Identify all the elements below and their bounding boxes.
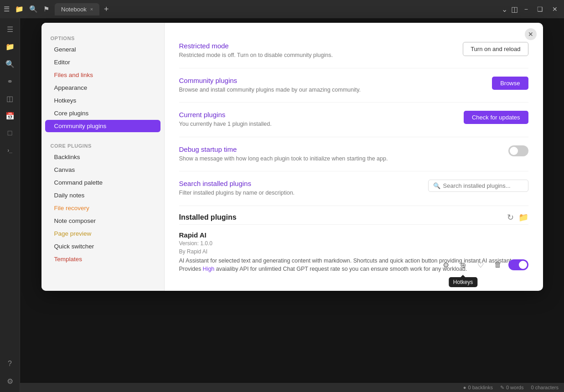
sidebar-notes-icon[interactable]: □ <box>3 126 17 140</box>
dialog-overlay: ✕ Options General Editor Files and links… <box>20 18 564 383</box>
sidebar-folder-icon[interactable]: 📁 <box>3 39 17 54</box>
close-tab-icon[interactable]: × <box>90 6 93 12</box>
sidebar-item-community-plugins[interactable]: Community plugins <box>45 120 160 132</box>
hotkeys-tooltip: Hotkeys <box>449 277 477 287</box>
plugin-author: By Rapid AI <box>179 248 528 255</box>
sidebar-item-editor[interactable]: Editor <box>45 56 160 68</box>
settings-dialog: ✕ Options General Editor Files and links… <box>41 23 543 291</box>
dialog-close-button[interactable]: ✕ <box>525 28 537 40</box>
main-layout: ☰ 📁 🔍 ⚭ ◫ 📅 □ ›_ ? ⚙ ✕ Options General E… <box>0 18 564 392</box>
split-view-icon[interactable]: ◫ <box>511 5 518 14</box>
turn-on-reload-button[interactable]: Turn on and reload <box>463 42 528 56</box>
plugin-hotkeys-button[interactable]: ⊕ <box>456 258 470 272</box>
sidebar-item-core-plugins[interactable]: Core plugins <box>45 107 160 119</box>
plugin-name: Rapid AI <box>179 231 528 239</box>
sidebar-help-icon[interactable]: ? <box>3 356 17 371</box>
reload-plugins-icon[interactable]: ↻ <box>507 212 514 222</box>
titlebar-left-icons: ☰ 📁 🔍 ⚑ <box>4 5 49 13</box>
characters-count: 0 characters <box>531 385 559 390</box>
sidebar-settings-icon[interactable]: ⚙ <box>3 374 17 388</box>
sidebar-item-file-recovery[interactable]: File recovery <box>45 202 160 214</box>
sidebar-calendar-icon[interactable]: 📅 <box>3 108 17 123</box>
sidebar-item-page-preview[interactable]: Page preview <box>45 227 160 240</box>
plugin-settings-button[interactable]: ⚙ <box>439 258 453 272</box>
dialog-content: Restricted mode Restricted mode is off. … <box>165 23 543 291</box>
hotkeys-button-wrap: ⊕ Hotkeys <box>456 258 470 272</box>
community-plugins-info: Community plugins Browse and install com… <box>179 77 485 94</box>
sidebar-blocks-icon[interactable]: ◫ <box>3 91 17 106</box>
installed-plugins-actions: ↻ 📁 <box>507 212 528 222</box>
close-button[interactable]: ✕ <box>549 5 560 13</box>
tab-bar: Notebook × + <box>51 3 500 15</box>
sidebar-item-quick-switcher[interactable]: Quick switcher <box>45 240 160 253</box>
sidebar-item-files-links[interactable]: Files and links <box>45 69 160 81</box>
current-plugins-desc: You currently have 1 plugin installed. <box>179 120 456 129</box>
dialog-sidebar: Options General Editor Files and links A… <box>41 23 165 291</box>
sidebar-search-icon[interactable]: 🔍 <box>3 57 17 71</box>
open-folder-icon[interactable]: 📁 <box>518 212 528 222</box>
sidebar-item-general[interactable]: General <box>45 43 160 56</box>
search-plugins-input-wrap: 🔍 <box>428 180 528 192</box>
sidebar-item-appearance[interactable]: Appearance <box>45 82 160 94</box>
sidebar-item-templates[interactable]: Templates <box>45 253 160 265</box>
minimize-button[interactable]: − <box>522 5 531 13</box>
plugin-version: Version: 1.0.0 <box>179 240 528 247</box>
sidebar-graph-icon[interactable]: ⚭ <box>3 74 17 88</box>
words-status: ✎ 0 words <box>500 385 524 391</box>
restricted-mode-info: Restricted mode Restricted mode is off. … <box>179 42 456 60</box>
backlinks-icon: ● <box>463 385 466 390</box>
backlinks-status: ● 0 backlinks <box>463 385 493 390</box>
tab-label: Notebook <box>61 6 87 13</box>
check-updates-button[interactable]: Check for updates <box>464 111 528 124</box>
browse-button[interactable]: Browse <box>492 77 528 90</box>
sidebar-item-canvas[interactable]: Canvas <box>45 164 160 176</box>
notebook-tab[interactable]: Notebook × <box>55 3 99 15</box>
search-plugins-desc: Filter installed plugins by name or desc… <box>179 189 421 197</box>
titlebar: ☰ 📁 🔍 ⚑ Notebook × + ⌄ ◫ − ❏ ✕ <box>0 0 564 18</box>
debug-startup-toggle[interactable] <box>508 145 528 156</box>
community-plugins-desc: Browse and install community plugins mad… <box>179 86 485 94</box>
plugin-desc-text2: avaialiby API for unlimtied Chat GPT req… <box>214 266 467 272</box>
restricted-mode-row: Restricted mode Restricted mode is off. … <box>179 34 528 68</box>
sidebar-item-backlinks[interactable]: Backlinks <box>45 151 160 163</box>
debug-startup-row: Debug startup time Show a message with h… <box>179 137 528 172</box>
folder-icon[interactable]: 📁 <box>15 5 24 13</box>
sidebar-terminal-icon[interactable]: ›_ <box>3 143 17 158</box>
plugin-actions: ⚙ ⊕ Hotkeys ♡ 🗑 <box>439 258 528 272</box>
chevron-down-icon[interactable]: ⌄ <box>502 5 507 14</box>
current-plugins-row: Current plugins You currently have 1 plu… <box>179 103 528 137</box>
edit-icon: ✎ <box>500 385 504 391</box>
sidebar-item-hotkeys[interactable]: Hotkeys <box>45 94 160 107</box>
restore-button[interactable]: ❏ <box>534 5 546 13</box>
words-count: 0 words <box>506 385 524 390</box>
restricted-mode-title: Restricted mode <box>179 42 456 50</box>
icon-sidebar: ☰ 📁 🔍 ⚭ ◫ 📅 □ ›_ ? ⚙ <box>0 18 20 392</box>
installed-plugins-header: Installed plugins ↻ 📁 <box>179 206 528 224</box>
plugin-desc-highlight: High <box>203 266 215 272</box>
sidebar-files-icon[interactable]: ☰ <box>3 22 17 36</box>
search-plugins-title: Search installed plugins <box>179 180 421 187</box>
plugin-enable-toggle[interactable] <box>508 259 528 270</box>
plugin-card-rapid-ai: Rapid AI Version: 1.0.0 By Rapid AI AI A… <box>179 224 528 280</box>
community-plugins-row: Community plugins Browse and install com… <box>179 68 528 103</box>
sidebar-toggle-icon[interactable]: ☰ <box>4 5 10 13</box>
search-plugins-info: Search installed plugins Filter installe… <box>179 180 421 197</box>
sidebar-item-command-palette[interactable]: Command palette <box>45 176 160 189</box>
current-plugins-info: Current plugins You currently have 1 plu… <box>179 111 456 129</box>
debug-startup-title: Debug startup time <box>179 145 501 153</box>
installed-plugins-title: Installed plugins <box>179 213 237 222</box>
core-plugins-section-label: Core plugins <box>41 139 164 150</box>
backlinks-count: 0 backlinks <box>468 385 493 390</box>
plugin-heart-button[interactable]: ♡ <box>474 258 487 272</box>
search-plugins-input[interactable] <box>443 182 523 189</box>
sidebar-item-note-composer[interactable]: Note composer <box>45 215 160 227</box>
characters-status: 0 characters <box>531 385 559 390</box>
plugin-delete-button[interactable]: 🗑 <box>491 258 505 272</box>
sidebar-item-daily-notes[interactable]: Daily notes <box>45 189 160 201</box>
current-plugins-title: Current plugins <box>179 111 456 119</box>
options-section-label: Options <box>41 32 164 43</box>
search-icon[interactable]: 🔍 <box>29 5 38 13</box>
restricted-mode-desc: Restricted mode is off. Turn on to disab… <box>179 52 456 60</box>
bookmark-icon[interactable]: ⚑ <box>43 5 49 13</box>
new-tab-button[interactable]: + <box>101 5 112 14</box>
